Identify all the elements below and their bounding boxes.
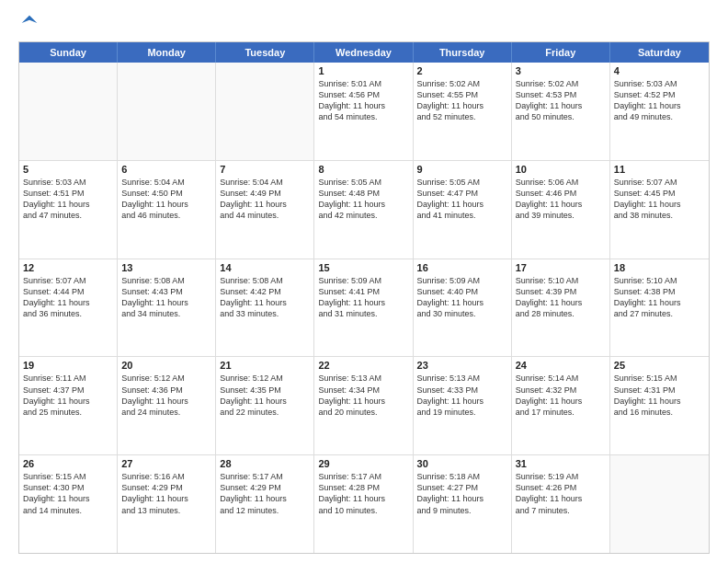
day-info: Sunrise: 5:03 AM Sunset: 4:51 PM Dayligh… <box>23 177 113 222</box>
day-number: 11 <box>614 164 705 175</box>
calendar-cell: 7Sunrise: 5:04 AM Sunset: 4:49 PM Daylig… <box>216 161 314 259</box>
day-info: Sunrise: 5:19 AM Sunset: 4:26 PM Dayligh… <box>516 471 606 516</box>
calendar-cell: 21Sunrise: 5:12 AM Sunset: 4:35 PM Dayli… <box>216 357 314 454</box>
day-header-friday: Friday <box>512 42 610 63</box>
day-number: 7 <box>220 164 310 175</box>
day-info: Sunrise: 5:07 AM Sunset: 4:44 PM Dayligh… <box>23 275 113 320</box>
calendar-cell: 6Sunrise: 5:04 AM Sunset: 4:50 PM Daylig… <box>118 161 216 259</box>
day-number: 23 <box>417 360 507 371</box>
day-info: Sunrise: 5:11 AM Sunset: 4:37 PM Dayligh… <box>23 373 113 418</box>
calendar-cell: 30Sunrise: 5:18 AM Sunset: 4:27 PM Dayli… <box>414 455 512 553</box>
calendar-cell: 19Sunrise: 5:11 AM Sunset: 4:37 PM Dayli… <box>19 357 118 454</box>
day-number: 14 <box>220 262 310 273</box>
day-info: Sunrise: 5:12 AM Sunset: 4:36 PM Dayligh… <box>121 373 211 418</box>
header <box>18 14 710 32</box>
calendar-cell: 15Sunrise: 5:09 AM Sunset: 4:41 PM Dayli… <box>314 259 413 357</box>
day-info: Sunrise: 5:14 AM Sunset: 4:32 PM Dayligh… <box>516 373 606 418</box>
calendar-cell: 20Sunrise: 5:12 AM Sunset: 4:36 PM Dayli… <box>118 357 216 454</box>
day-number: 22 <box>318 360 408 371</box>
calendar-cell: 16Sunrise: 5:09 AM Sunset: 4:40 PM Dayli… <box>414 259 512 357</box>
day-info: Sunrise: 5:16 AM Sunset: 4:29 PM Dayligh… <box>121 471 211 516</box>
calendar-cell: 5Sunrise: 5:03 AM Sunset: 4:51 PM Daylig… <box>19 161 118 259</box>
day-header-saturday: Saturday <box>610 42 709 63</box>
day-number: 17 <box>516 262 606 273</box>
day-info: Sunrise: 5:15 AM Sunset: 4:31 PM Dayligh… <box>614 373 705 418</box>
day-info: Sunrise: 5:15 AM Sunset: 4:30 PM Dayligh… <box>23 471 113 516</box>
calendar-cell: 28Sunrise: 5:17 AM Sunset: 4:29 PM Dayli… <box>216 455 314 553</box>
calendar-cell: 24Sunrise: 5:14 AM Sunset: 4:32 PM Dayli… <box>512 357 610 454</box>
calendar-week-4: 19Sunrise: 5:11 AM Sunset: 4:37 PM Dayli… <box>19 357 709 455</box>
day-header-monday: Monday <box>118 42 216 63</box>
day-info: Sunrise: 5:09 AM Sunset: 4:41 PM Dayligh… <box>318 275 408 320</box>
calendar-cell: 4Sunrise: 5:03 AM Sunset: 4:52 PM Daylig… <box>610 63 709 160</box>
calendar-cell: 26Sunrise: 5:15 AM Sunset: 4:30 PM Dayli… <box>19 455 118 553</box>
day-info: Sunrise: 5:05 AM Sunset: 4:48 PM Dayligh… <box>318 177 408 222</box>
day-info: Sunrise: 5:09 AM Sunset: 4:40 PM Dayligh… <box>417 275 507 320</box>
day-info: Sunrise: 5:04 AM Sunset: 4:50 PM Dayligh… <box>121 177 211 222</box>
calendar-body: 1Sunrise: 5:01 AM Sunset: 4:56 PM Daylig… <box>19 63 709 553</box>
calendar-cell: 18Sunrise: 5:10 AM Sunset: 4:38 PM Dayli… <box>610 259 709 357</box>
calendar-header: SundayMondayTuesdayWednesdayThursdayFrid… <box>19 42 709 63</box>
calendar-cell: 14Sunrise: 5:08 AM Sunset: 4:42 PM Dayli… <box>216 259 314 357</box>
calendar-cell: 8Sunrise: 5:05 AM Sunset: 4:48 PM Daylig… <box>314 161 413 259</box>
day-number: 16 <box>417 262 507 273</box>
page: SundayMondayTuesdayWednesdayThursdayFrid… <box>0 0 728 563</box>
day-header-sunday: Sunday <box>19 42 118 63</box>
day-info: Sunrise: 5:04 AM Sunset: 4:49 PM Dayligh… <box>220 177 310 222</box>
day-info: Sunrise: 5:07 AM Sunset: 4:45 PM Dayligh… <box>614 177 705 222</box>
calendar-cell: 9Sunrise: 5:05 AM Sunset: 4:47 PM Daylig… <box>414 161 512 259</box>
calendar-cell: 23Sunrise: 5:13 AM Sunset: 4:33 PM Dayli… <box>414 357 512 454</box>
calendar-cell <box>216 63 314 160</box>
day-info: Sunrise: 5:08 AM Sunset: 4:43 PM Dayligh… <box>121 275 211 320</box>
calendar-cell <box>118 63 216 160</box>
day-number: 28 <box>220 458 310 469</box>
calendar-cell: 1Sunrise: 5:01 AM Sunset: 4:56 PM Daylig… <box>314 63 413 160</box>
day-header-thursday: Thursday <box>414 42 512 63</box>
day-number: 4 <box>614 65 705 76</box>
day-number: 21 <box>220 360 310 371</box>
day-number: 31 <box>516 458 606 469</box>
day-number: 6 <box>121 164 211 175</box>
day-info: Sunrise: 5:12 AM Sunset: 4:35 PM Dayligh… <box>220 373 310 418</box>
day-info: Sunrise: 5:17 AM Sunset: 4:29 PM Dayligh… <box>220 471 310 516</box>
calendar-week-2: 5Sunrise: 5:03 AM Sunset: 4:51 PM Daylig… <box>19 161 709 259</box>
day-number: 24 <box>516 360 606 371</box>
day-header-tuesday: Tuesday <box>216 42 314 63</box>
day-number: 18 <box>614 262 705 273</box>
day-info: Sunrise: 5:17 AM Sunset: 4:28 PM Dayligh… <box>318 471 408 516</box>
day-number: 10 <box>516 164 606 175</box>
day-number: 29 <box>318 458 408 469</box>
calendar-cell: 31Sunrise: 5:19 AM Sunset: 4:26 PM Dayli… <box>512 455 610 553</box>
calendar-cell: 17Sunrise: 5:10 AM Sunset: 4:39 PM Dayli… <box>512 259 610 357</box>
day-number: 2 <box>417 65 507 76</box>
day-number: 19 <box>23 360 113 371</box>
calendar-cell: 27Sunrise: 5:16 AM Sunset: 4:29 PM Dayli… <box>118 455 216 553</box>
day-number: 20 <box>121 360 211 371</box>
calendar-cell: 3Sunrise: 5:02 AM Sunset: 4:53 PM Daylig… <box>512 63 610 160</box>
day-info: Sunrise: 5:06 AM Sunset: 4:46 PM Dayligh… <box>516 177 606 222</box>
day-number: 5 <box>23 164 113 175</box>
day-number: 15 <box>318 262 408 273</box>
calendar: SundayMondayTuesdayWednesdayThursdayFrid… <box>18 41 710 554</box>
calendar-cell: 12Sunrise: 5:07 AM Sunset: 4:44 PM Dayli… <box>19 259 118 357</box>
day-info: Sunrise: 5:13 AM Sunset: 4:33 PM Dayligh… <box>417 373 507 418</box>
day-info: Sunrise: 5:18 AM Sunset: 4:27 PM Dayligh… <box>417 471 507 516</box>
calendar-cell: 2Sunrise: 5:02 AM Sunset: 4:55 PM Daylig… <box>414 63 512 160</box>
day-number: 27 <box>121 458 211 469</box>
day-info: Sunrise: 5:03 AM Sunset: 4:52 PM Dayligh… <box>614 78 705 123</box>
day-number: 25 <box>614 360 705 371</box>
calendar-cell <box>610 455 709 553</box>
day-info: Sunrise: 5:10 AM Sunset: 4:38 PM Dayligh… <box>614 275 705 320</box>
day-number: 30 <box>417 458 507 469</box>
day-info: Sunrise: 5:02 AM Sunset: 4:55 PM Dayligh… <box>417 78 507 123</box>
calendar-cell: 10Sunrise: 5:06 AM Sunset: 4:46 PM Dayli… <box>512 161 610 259</box>
calendar-cell: 25Sunrise: 5:15 AM Sunset: 4:31 PM Dayli… <box>610 357 709 454</box>
calendar-cell <box>19 63 118 160</box>
logo <box>18 14 39 32</box>
calendar-week-1: 1Sunrise: 5:01 AM Sunset: 4:56 PM Daylig… <box>19 63 709 161</box>
day-info: Sunrise: 5:08 AM Sunset: 4:42 PM Dayligh… <box>220 275 310 320</box>
day-info: Sunrise: 5:01 AM Sunset: 4:56 PM Dayligh… <box>318 78 408 123</box>
day-info: Sunrise: 5:02 AM Sunset: 4:53 PM Dayligh… <box>516 78 606 123</box>
calendar-cell: 13Sunrise: 5:08 AM Sunset: 4:43 PM Dayli… <box>118 259 216 357</box>
day-header-wednesday: Wednesday <box>314 42 413 63</box>
